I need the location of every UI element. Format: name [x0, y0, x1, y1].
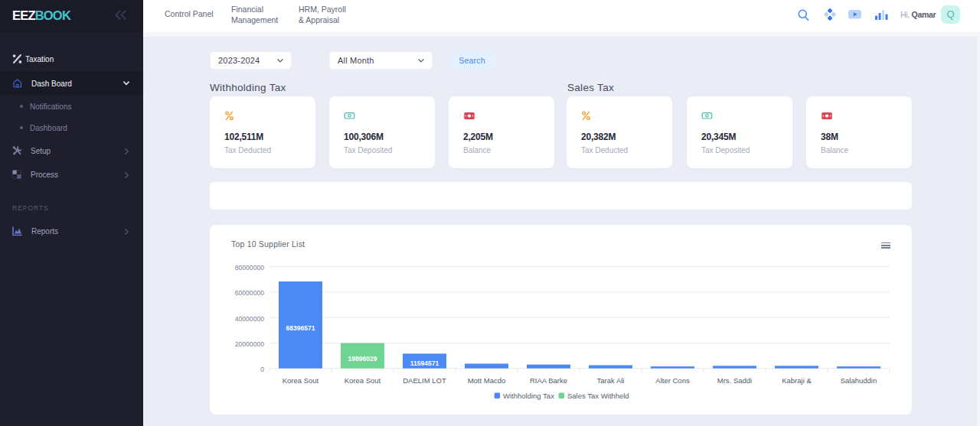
svg-text:19896029: 19896029: [348, 355, 377, 363]
svg-text:Sales Tax Withheld: Sales Tax Withheld: [567, 392, 629, 400]
svg-text:80000000: 80000000: [235, 264, 264, 272]
svg-text:Alter Cons: Alter Cons: [655, 376, 690, 385]
svg-text:20000000: 20000000: [235, 340, 264, 348]
svg-text:DAELIM LOT: DAELIM LOT: [403, 376, 446, 385]
svg-text:60000000: 60000000: [235, 289, 264, 297]
svg-text:Salahuddin: Salahuddin: [841, 376, 877, 385]
svg-text:Tarak Ali: Tarak Ali: [597, 376, 625, 385]
svg-text:RIAA Barke: RIAA Barke: [530, 376, 567, 385]
svg-text:40000000: 40000000: [235, 315, 264, 323]
svg-text:Mott Macdo: Mott Macdo: [468, 376, 506, 385]
svg-text:68396571: 68396571: [286, 324, 315, 332]
svg-text:Mrs. Saddi: Mrs. Saddi: [717, 376, 752, 385]
svg-text:Korea Sout: Korea Sout: [345, 376, 381, 385]
svg-text:Kabraji &: Kabraji &: [782, 376, 812, 385]
svg-text:0: 0: [260, 366, 264, 373]
svg-text:Korea Sout: Korea Sout: [283, 376, 319, 385]
svg-text:Withholding Tax: Withholding Tax: [503, 392, 554, 400]
svg-text:11594571: 11594571: [410, 359, 439, 367]
